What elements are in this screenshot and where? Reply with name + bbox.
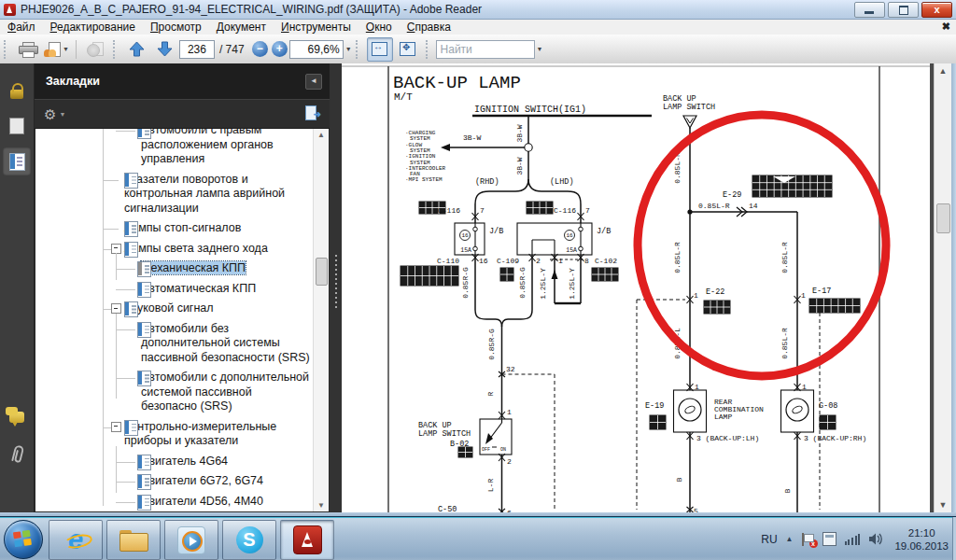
diagram-label: 0.85R-G: [461, 267, 470, 299]
zoom-dropdown-icon[interactable]: ▼: [345, 46, 352, 52]
close-button[interactable]: x: [921, 2, 952, 18]
bookmarks-panel-button[interactable]: [3, 147, 31, 175]
action-center-flag-icon[interactable]: x: [802, 533, 814, 546]
windows-explorer-taskbar-button[interactable]: [106, 520, 161, 560]
document-scrollbar[interactable]: ▲ ▼: [934, 63, 951, 512]
paperclip-icon: [7, 443, 26, 466]
bookmarks-scrollbar[interactable]: ▲ ▼: [313, 129, 329, 511]
menu-7[interactable]: Справка: [400, 20, 458, 35]
bookmark-item[interactable]: Двигатели 4D56, 4M40: [35, 492, 314, 512]
menu-2[interactable]: Редактирование: [43, 20, 143, 35]
scroll-down-icon[interactable]: ▼: [935, 500, 951, 510]
minimize-button[interactable]: [854, 2, 885, 18]
adobe-reader-window: PHJE9026_A_B_C_PAJERO_91-94_ELECTRICAL_W…: [0, 0, 956, 560]
network-signal-icon[interactable]: [845, 533, 861, 545]
adobe-reader-taskbar-button[interactable]: [280, 520, 334, 560]
bookmark-item[interactable]: Лампы стоп-сигналов: [35, 218, 314, 239]
clock[interactable]: 21:10 19.06.2013: [894, 526, 949, 553]
bookmark-item[interactable]: Звуковой сигнал: [35, 299, 314, 319]
bookmark-item[interactable]: Указатели поворотов и контрольная лампа …: [35, 170, 314, 219]
diagram-label: (LHD): [550, 177, 574, 187]
bookmark-label: Автоматическая КПП: [141, 282, 256, 295]
show-desktop-button[interactable]: [952, 517, 956, 560]
language-indicator[interactable]: RU: [761, 533, 777, 546]
bookmark-item[interactable]: Двигатели 6G72, 6G74: [35, 471, 314, 492]
media-player-taskbar-button[interactable]: [164, 520, 218, 560]
bookmark-item[interactable]: Двигатель 4G64: [35, 452, 314, 472]
collapse-panel-button[interactable]: ◄: [305, 74, 322, 90]
bookmark-item[interactable]: Автомобили с правым расположением органо…: [35, 129, 314, 170]
bookmark-item[interactable]: Механическая КПП: [35, 259, 314, 279]
bookmark-item[interactable]: Автоматическая КПП: [35, 279, 314, 300]
expand-current-bookmark-button[interactable]: ➜: [305, 105, 320, 120]
toolbar: ▼ / 747 − + 69,6% ▼: [0, 35, 956, 64]
window-title: PHJE9026_A_B_C_PAJERO_91-94_ELECTRICAL_W…: [21, 3, 482, 16]
tray-window-icon[interactable]: [822, 532, 836, 546]
diagram-label: 3B-W: [515, 124, 524, 142]
scrollbar-thumb[interactable]: [316, 258, 328, 286]
minimize-icon: [865, 11, 874, 14]
panel-splitter[interactable]: [330, 63, 342, 512]
collapse-expander-icon[interactable]: [111, 422, 121, 432]
connector-pin-grid: [820, 415, 836, 429]
menu-1[interactable]: Файл: [0, 20, 43, 35]
zoom-out-button[interactable]: −: [252, 41, 268, 57]
bookmark-item[interactable]: Контрольно-измерительные приборы и указа…: [35, 417, 314, 452]
collapse-expander-icon[interactable]: [111, 303, 121, 314]
diagram-label: 14: [749, 202, 758, 210]
diagram-label: B: [783, 488, 792, 493]
options-dropdown-icon[interactable]: ▼: [59, 111, 65, 118]
menubar-close-icon[interactable]: ✖: [942, 21, 950, 33]
bookmark-label: Автомобили без дополнительной системы па…: [141, 322, 310, 364]
close-icon: x: [922, 3, 951, 17]
print-button[interactable]: [15, 37, 41, 62]
diagram-label: C-50: [438, 505, 457, 512]
find-input[interactable]: [436, 40, 535, 59]
scroll-up-icon[interactable]: ▲: [935, 66, 951, 76]
show-hidden-icons-icon[interactable]: ▲: [786, 535, 794, 543]
bookmarks-panel: Закладки ◄ ⚙ ▼ ➜ Автомобили с правым рас…: [35, 63, 330, 512]
fullscreen-mode-button[interactable]: [395, 37, 421, 62]
find-dropdown-icon[interactable]: ▼: [537, 46, 543, 52]
menu-6[interactable]: Окно: [358, 20, 400, 35]
navigation-icon-strip: [0, 63, 35, 512]
comments-panel-button[interactable]: [3, 401, 31, 429]
diagram-label: 3 (BACK-UP:LH): [696, 434, 759, 442]
skype-taskbar-button[interactable]: S: [222, 520, 276, 560]
bookmark-item[interactable]: Автомобили без дополнительной системы па…: [35, 319, 314, 369]
zoom-level-select[interactable]: 69,6%: [289, 40, 344, 59]
maximize-button[interactable]: [888, 2, 919, 18]
zoom-in-button[interactable]: +: [272, 41, 288, 57]
diagram-label: J/B: [597, 227, 611, 236]
diagram-label: E-29: [723, 190, 741, 200]
web-tool-button-disabled: [82, 37, 108, 62]
scroll-up-icon[interactable]: ▲: [314, 131, 329, 139]
scrolling-mode-button[interactable]: [367, 37, 393, 62]
volume-icon[interactable]: [868, 532, 884, 546]
pages-panel-button[interactable]: [3, 112, 31, 140]
menu-5[interactable]: Инструменты: [274, 20, 358, 35]
start-button[interactable]: [4, 520, 43, 559]
page-number-input[interactable]: [179, 40, 215, 59]
diagram-label: ON: [500, 447, 506, 453]
bookmark-item[interactable]: Лампы света заднего хода: [35, 239, 314, 259]
scroll-down-icon[interactable]: ▼: [314, 501, 329, 510]
diagram-label: C-116: [438, 206, 460, 215]
security-panel-button[interactable]: [3, 77, 31, 105]
scrollbar-thumb[interactable]: [936, 203, 950, 233]
attachments-panel-button[interactable]: [3, 441, 31, 469]
share-button[interactable]: ▼: [43, 37, 70, 62]
diagram-label: 0.85L-R: [780, 242, 789, 273]
connector-pin-grid: [809, 299, 860, 313]
options-gear-icon[interactable]: ⚙: [44, 107, 56, 121]
bookmark-item[interactable]: Автомобили с дополнительной системой пас…: [35, 368, 314, 417]
fullscreen-icon: [400, 42, 415, 56]
menu-3[interactable]: Просмотр: [143, 20, 209, 35]
menu-4[interactable]: Документ: [209, 20, 274, 35]
diagram-label: C-110: [437, 257, 459, 265]
previous-page-button[interactable]: [124, 37, 150, 62]
next-page-button[interactable]: [152, 37, 178, 62]
internet-explorer-taskbar-button[interactable]: e: [49, 520, 103, 560]
collapse-expander-icon[interactable]: [111, 244, 121, 254]
arrow-up-icon: [129, 41, 145, 57]
